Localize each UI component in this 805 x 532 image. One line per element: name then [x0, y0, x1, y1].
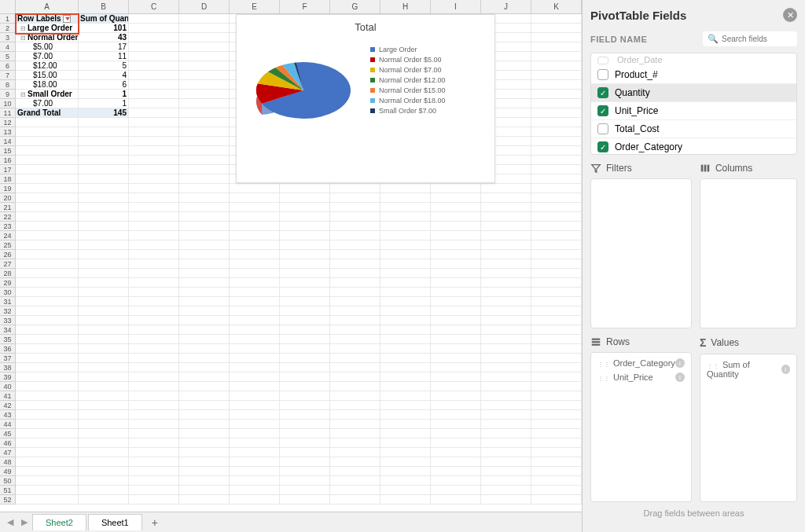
cell[interactable]: [79, 222, 129, 231]
cell[interactable]: [531, 212, 582, 222]
cell[interactable]: [179, 429, 230, 438]
cell[interactable]: [531, 33, 582, 42]
cell[interactable]: [531, 127, 582, 137]
cell[interactable]: [431, 231, 481, 240]
cell[interactable]: [129, 222, 179, 231]
cell[interactable]: [531, 495, 582, 504]
cell[interactable]: [79, 372, 129, 382]
cell[interactable]: [79, 193, 129, 203]
cell[interactable]: [179, 297, 230, 306]
cell[interactable]: [380, 306, 431, 316]
cell[interactable]: [179, 108, 230, 118]
col-header-H[interactable]: H: [380, 0, 431, 13]
cell[interactable]: [179, 259, 230, 269]
cell[interactable]: [280, 476, 330, 486]
cell[interactable]: [330, 269, 380, 278]
cell[interactable]: [230, 420, 280, 429]
add-sheet-button[interactable]: +: [148, 515, 162, 530]
cell[interactable]: [280, 335, 330, 344]
cell[interactable]: [531, 80, 582, 90]
cell[interactable]: [79, 354, 129, 363]
cell[interactable]: [179, 231, 230, 240]
cell[interactable]: [129, 372, 179, 382]
expand-icon[interactable]: ⊟: [20, 25, 26, 32]
cell[interactable]: [179, 448, 230, 457]
cell[interactable]: [531, 269, 582, 278]
cell[interactable]: [129, 61, 179, 71]
row-header-47[interactable]: 47: [0, 448, 15, 457]
cell[interactable]: [531, 306, 582, 316]
cell[interactable]: [79, 457, 129, 467]
cell[interactable]: [230, 288, 280, 297]
row-header-16[interactable]: 16: [0, 156, 15, 165]
cell[interactable]: [129, 193, 179, 203]
cell[interactable]: [531, 222, 582, 231]
row-header-35[interactable]: 35: [0, 335, 15, 344]
cell[interactable]: [380, 476, 431, 486]
cell[interactable]: [79, 410, 129, 420]
cell[interactable]: [179, 476, 230, 486]
cell[interactable]: [431, 306, 481, 316]
cell[interactable]: [481, 278, 531, 288]
cell[interactable]: [330, 486, 380, 495]
cell[interactable]: [481, 193, 531, 203]
cell[interactable]: [129, 212, 179, 222]
cell[interactable]: [179, 80, 230, 90]
cell[interactable]: 5: [79, 61, 129, 71]
cell[interactable]: [16, 165, 79, 174]
cell[interactable]: [179, 24, 230, 33]
cell[interactable]: [16, 240, 79, 250]
cell[interactable]: [129, 438, 179, 448]
cell[interactable]: [330, 278, 380, 288]
cell[interactable]: [16, 401, 79, 410]
col-header-G[interactable]: G: [330, 0, 380, 13]
cell[interactable]: [129, 108, 179, 118]
row-header-36[interactable]: 36: [0, 344, 15, 354]
cell[interactable]: [380, 269, 431, 278]
cell[interactable]: [531, 486, 582, 495]
cell[interactable]: [79, 476, 129, 486]
row-header-12[interactable]: 12: [0, 118, 15, 127]
cell[interactable]: [380, 344, 431, 354]
field-item-Quantity[interactable]: ✓Quantity: [591, 84, 796, 102]
row-header-29[interactable]: 29: [0, 278, 15, 288]
row-header-42[interactable]: 42: [0, 401, 15, 410]
cell[interactable]: [481, 410, 531, 420]
cell[interactable]: [481, 401, 531, 410]
tab-sheet1[interactable]: Sheet1: [88, 514, 142, 530]
cell[interactable]: [179, 61, 230, 71]
cell[interactable]: [531, 401, 582, 410]
cell[interactable]: [16, 363, 79, 372]
field-item-Product_#[interactable]: Product_#: [591, 66, 796, 84]
cell[interactable]: [280, 344, 330, 354]
cell[interactable]: [481, 438, 531, 448]
cell[interactable]: [79, 146, 129, 156]
cell[interactable]: [330, 429, 380, 438]
cell[interactable]: [230, 306, 280, 316]
cell[interactable]: [129, 429, 179, 438]
row-header-43[interactable]: 43: [0, 410, 15, 420]
cell[interactable]: [330, 335, 380, 344]
cell[interactable]: [531, 429, 582, 438]
row-header-48[interactable]: 48: [0, 457, 15, 467]
cell[interactable]: [481, 250, 531, 259]
cell[interactable]: [179, 90, 230, 99]
cell[interactable]: [431, 429, 481, 438]
cell[interactable]: [179, 127, 230, 137]
cell[interactable]: [179, 71, 230, 80]
col-header-D[interactable]: D: [179, 0, 230, 13]
cell[interactable]: 4: [79, 71, 129, 80]
area-item[interactable]: ⋮⋮Sum of Quantityi: [704, 358, 793, 381]
cell[interactable]: [79, 335, 129, 344]
cell[interactable]: [330, 231, 380, 240]
cell[interactable]: [330, 306, 380, 316]
cell[interactable]: [16, 127, 79, 137]
cell[interactable]: [79, 382, 129, 391]
cell[interactable]: [230, 297, 280, 306]
cell[interactable]: [16, 344, 79, 354]
cell[interactable]: [79, 278, 129, 288]
cell[interactable]: [380, 486, 431, 495]
cell[interactable]: [481, 297, 531, 306]
cell[interactable]: [79, 486, 129, 495]
cell[interactable]: [230, 401, 280, 410]
